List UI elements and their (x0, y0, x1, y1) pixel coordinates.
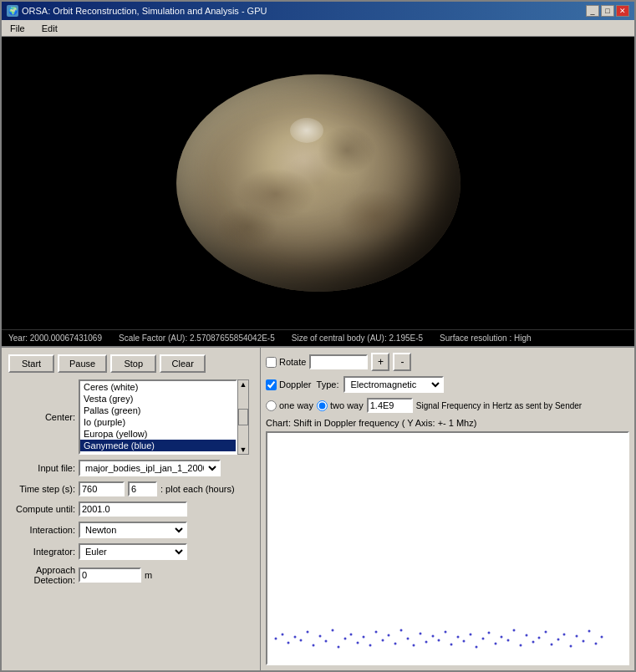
rotate-minus-button[interactable]: - (393, 353, 411, 371)
svg-point-6 (313, 644, 315, 647)
button-row: Start Pause Stop Clear (8, 354, 253, 373)
title-buttons: _ □ ✕ (586, 5, 629, 17)
listbox-item-ceres[interactable]: Ceres (white) (80, 381, 236, 393)
svg-point-18 (388, 634, 390, 637)
viewport (2, 37, 634, 329)
controls-area: Start Pause Stop Clear Center: Ceres (wh… (2, 346, 634, 670)
minimize-button[interactable]: _ (586, 5, 599, 17)
listbox-item-callisto[interactable]: Callisto (green) (80, 451, 236, 455)
scroll-down-arrow[interactable]: ▼ (238, 445, 248, 454)
rotate-text: Rotate (279, 357, 306, 367)
compute-until-label: Compute until: (8, 504, 75, 514)
input-file-label: Input file: (8, 463, 75, 473)
rotate-plus-button[interactable]: + (371, 353, 389, 371)
svg-point-40 (526, 634, 528, 637)
center-label: Center: (8, 412, 75, 422)
center-listbox[interactable]: Ceres (white) Vesta (grey) Pallas (green… (79, 379, 237, 455)
approach-label: Approach Detection: (8, 565, 75, 585)
svg-point-24 (425, 641, 428, 644)
scroll-thumb[interactable] (238, 409, 248, 425)
approach-input[interactable]: 0 (79, 568, 141, 583)
listbox-item-ganymede[interactable]: Ganymede (blue) (80, 440, 236, 451)
chart-label: Chart: Shift in Doppler frequency ( Y Ax… (266, 418, 629, 428)
left-panel: Start Pause Stop Clear Center: Ceres (wh… (2, 348, 261, 670)
rotate-label[interactable]: Rotate (266, 357, 306, 368)
two-way-text: two way (330, 400, 364, 410)
timestep-value1[interactable]: 760 (79, 481, 125, 496)
svg-point-17 (382, 639, 384, 642)
svg-point-23 (420, 633, 422, 635)
svg-point-3 (294, 636, 297, 639)
planet-craters (176, 74, 460, 292)
signal-frequency-input[interactable]: 1.4E9 (367, 398, 413, 413)
svg-point-51 (595, 643, 598, 645)
svg-point-14 (363, 636, 365, 639)
svg-point-36 (501, 636, 503, 639)
interaction-label: Interaction: (8, 525, 75, 535)
title-bar-left: 🌍 ORSA: Orbit Reconstruction, Simulation… (7, 5, 267, 17)
menu-file[interactable]: File (5, 23, 30, 34)
timestep-label: Time step (s): (8, 484, 75, 494)
title-bar: 🌍 ORSA: Orbit Reconstruction, Simulation… (2, 2, 634, 20)
listbox-item-europa[interactable]: Europa (yellow) (80, 428, 236, 440)
pause-button[interactable]: Pause (58, 354, 107, 373)
svg-point-41 (532, 641, 535, 644)
status-scale: Scale Factor (AU): 2.57087655854042E-5 (119, 333, 275, 343)
two-way-label[interactable]: two way (317, 400, 364, 411)
integrator-label: Integrator: (8, 547, 75, 557)
svg-point-0 (275, 638, 277, 640)
maximize-button[interactable]: □ (601, 5, 614, 17)
svg-point-43 (545, 631, 547, 634)
integrator-select[interactable]: Euler Runge-Kutta Leapfrog (79, 543, 187, 560)
signal-desc: Signal Frequency in Hertz as sent by Sen… (416, 401, 582, 410)
approach-unit: m (145, 570, 152, 580)
app-icon: 🌍 (7, 5, 18, 17)
doppler-row: Doppler Type: Electromagnetic Acoustic (266, 376, 629, 393)
one-way-radio[interactable] (266, 400, 277, 411)
svg-point-35 (495, 643, 497, 645)
close-button[interactable]: ✕ (616, 5, 629, 17)
timestep-row: Time step (s): 760 6 : plot each (hours) (8, 481, 253, 496)
svg-point-5 (307, 631, 309, 634)
one-way-label[interactable]: one way (266, 400, 313, 411)
listbox-scrollbar[interactable]: ▲ ▼ (237, 379, 249, 455)
planet-image (176, 74, 460, 292)
listbox-item-io[interactable]: Io (purple) (80, 416, 236, 428)
input-file-select[interactable]: major_bodies_ipl_jan_1_2000.start (79, 460, 221, 476)
listbox-item-pallas[interactable]: Pallas (green) (80, 405, 236, 416)
rotate-input[interactable] (309, 354, 368, 369)
doppler-type-select[interactable]: Electromagnetic Acoustic (343, 376, 444, 393)
svg-point-47 (570, 645, 572, 648)
svg-point-26 (438, 639, 440, 642)
scroll-up-arrow[interactable]: ▲ (238, 380, 248, 389)
timestep-value2[interactable]: 6 (128, 481, 157, 496)
svg-point-10 (338, 646, 340, 649)
svg-point-49 (583, 640, 585, 643)
interaction-row: Interaction: Newton GR Post-Newtonian (8, 522, 253, 538)
planet-container (176, 74, 460, 292)
status-surface: Surface resolution : High (440, 333, 532, 343)
two-way-radio[interactable] (317, 400, 328, 411)
svg-point-30 (463, 640, 466, 643)
center-row: Center: Ceres (white) Vesta (grey) Palla… (8, 379, 253, 455)
compute-until-input[interactable]: 2001.0 (79, 501, 187, 517)
doppler-type-label: Type: (317, 379, 339, 389)
start-button[interactable]: Start (8, 354, 54, 373)
svg-point-29 (457, 636, 460, 639)
svg-point-31 (470, 634, 472, 636)
rotate-checkbox[interactable] (266, 357, 277, 368)
right-panel: Rotate + - Doppler Type: Electromagnetic… (261, 348, 634, 670)
doppler-text: Doppler (279, 379, 312, 389)
menu-edit[interactable]: Edit (37, 23, 63, 34)
doppler-label[interactable]: Doppler (266, 379, 312, 390)
interaction-select[interactable]: Newton GR Post-Newtonian (79, 522, 187, 538)
timestep-unit: : plot each (hours) (160, 484, 235, 494)
stop-button[interactable]: Stop (110, 354, 156, 373)
doppler-checkbox[interactable] (266, 379, 277, 390)
svg-point-42 (538, 637, 541, 639)
clear-button[interactable]: Clear (160, 354, 206, 373)
svg-point-2 (287, 642, 290, 644)
svg-point-1 (282, 634, 284, 636)
listbox-item-vesta[interactable]: Vesta (grey) (80, 393, 236, 405)
svg-point-32 (476, 646, 478, 649)
